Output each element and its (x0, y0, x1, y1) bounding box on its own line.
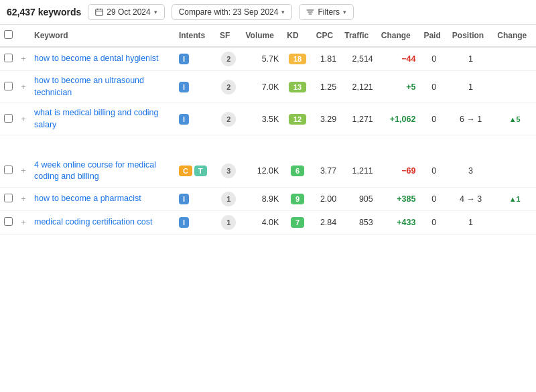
traffic-header[interactable]: Traffic (340, 25, 377, 47)
keyword-link[interactable]: how to become a pharmacist (34, 194, 141, 203)
intents-header[interactable]: Intents (175, 25, 216, 47)
add-row-button[interactable]: + (17, 103, 30, 135)
select-all-checkbox[interactable] (4, 30, 13, 39)
position-cell: 1 (448, 71, 493, 103)
keyword-link[interactable]: how to become an ultrasound technician (34, 76, 144, 97)
sf-badge: 2 (221, 52, 236, 66)
keyword-link[interactable]: how to become a dental hygienist (34, 54, 159, 63)
filters-button[interactable]: Filters ▾ (299, 4, 354, 20)
kd-cell: 18 (283, 47, 312, 71)
cpc-header[interactable]: CPC (312, 25, 340, 47)
traffic-cell: 1,271 (340, 103, 377, 135)
sf-badge: 2 (221, 112, 236, 127)
intents-cell: I (175, 210, 216, 234)
volume-cell: 8.9K (242, 187, 283, 210)
position-cell: 1 (448, 210, 493, 234)
row-checkbox[interactable] (4, 217, 13, 226)
row-checkbox[interactable] (4, 194, 13, 202)
sf-badge: 1 (221, 215, 236, 230)
pos-change-header[interactable]: Change (493, 25, 536, 47)
add-col-header (17, 25, 30, 47)
row-checkbox-cell (0, 71, 17, 103)
compare-button[interactable]: Compare with: 23 Sep 2024 ▾ (172, 4, 293, 20)
intent-badge: I (179, 82, 189, 92)
position-header[interactable]: Position (448, 25, 493, 47)
row-checkbox[interactable] (4, 54, 13, 62)
keyword-cell: how to become a pharmacist (30, 187, 175, 210)
keyword-header[interactable]: Keyword (30, 25, 175, 47)
date-label: 29 Oct 2024 (107, 7, 150, 17)
cpc-cell: 3.77 (312, 155, 340, 188)
volume-cell: 5.7K (242, 47, 283, 71)
add-row-button[interactable]: + (17, 210, 30, 234)
intent-badge: I (179, 114, 189, 125)
paid-cell: 0 (419, 103, 448, 135)
traffic-cell: 2,514 (340, 47, 377, 71)
table-row: +how to become a pharmacistI18.9K92.0090… (0, 187, 536, 210)
kd-cell: 12 (283, 103, 312, 135)
position-change-badge: ▲1 (509, 195, 521, 203)
kd-header[interactable]: KD (283, 25, 312, 47)
add-row-button[interactable]: + (17, 187, 30, 210)
chevron-down-icon: ▾ (154, 9, 157, 15)
keyword-cell: how to become a dental hygienist (30, 47, 175, 71)
intents-cell: I (175, 47, 216, 71)
row-checkbox-cell (0, 187, 17, 210)
traffic-change-cell: −69 (377, 155, 420, 188)
calendar-icon (95, 8, 103, 16)
position-change-cell (493, 210, 536, 234)
sf-header[interactable]: SF (216, 25, 242, 47)
add-row-button[interactable]: + (17, 71, 30, 103)
paid-cell: 0 (419, 71, 448, 103)
date-picker-button[interactable]: 29 Oct 2024 ▾ (88, 4, 164, 20)
traffic-change-cell: +1,062 (377, 103, 420, 135)
traffic-cell: 905 (340, 187, 377, 210)
position-cell: 3 (448, 155, 493, 188)
position-change-badge: ▲5 (509, 115, 521, 123)
row-checkbox[interactable] (4, 82, 13, 90)
chevron-down-icon: ▾ (281, 9, 285, 15)
keyword-link[interactable]: medical coding certification cost (34, 217, 152, 226)
intents-cell: CT (175, 155, 216, 188)
kd-badge: 7 (291, 217, 304, 228)
keyword-cell: what is medical billing and coding salar… (30, 103, 175, 135)
paid-cell: 0 (419, 47, 448, 71)
table-row: +4 week online course for medical coding… (0, 155, 536, 188)
sf-cell: 1 (216, 187, 242, 210)
sf-cell: 3 (216, 155, 242, 188)
cpc-cell: 3.29 (312, 103, 340, 135)
keyword-link[interactable]: 4 week online course for medical coding … (34, 160, 156, 182)
kd-badge: 6 (291, 166, 304, 176)
change-header[interactable]: Change (377, 25, 420, 47)
row-checkbox-cell (0, 210, 17, 234)
spacer-row (0, 135, 536, 155)
table-header-row: Keyword Intents SF Volume KD CPC Traffic… (0, 25, 536, 47)
position-cell: 1 (448, 47, 493, 71)
position-change-cell (493, 47, 536, 71)
intent-badge: I (179, 54, 189, 64)
kd-cell: 7 (283, 210, 312, 234)
intent-badge: I (179, 217, 189, 228)
keyword-link[interactable]: what is medical billing and coding salar… (34, 108, 159, 129)
position-cell: 4 → 3 (448, 187, 493, 210)
sf-cell: 2 (216, 71, 242, 103)
row-checkbox[interactable] (4, 166, 13, 174)
position-change-cell (493, 155, 536, 188)
sf-badge: 3 (221, 164, 236, 178)
add-row-button[interactable]: + (17, 47, 30, 71)
kd-cell: 13 (283, 71, 312, 103)
paid-header[interactable]: Paid (419, 25, 448, 47)
volume-header[interactable]: Volume (242, 25, 283, 47)
add-row-button[interactable]: + (17, 155, 30, 188)
traffic-change-cell: +385 (377, 187, 420, 210)
row-checkbox[interactable] (4, 114, 13, 123)
row-checkbox-cell (0, 103, 17, 135)
select-all-checkbox-cell (0, 25, 17, 47)
cpc-cell: 2.00 (312, 187, 340, 210)
filters-label: Filters (318, 7, 340, 17)
chevron-down-icon: ▾ (343, 9, 346, 15)
intents-cell: I (175, 103, 216, 135)
kd-cell: 6 (283, 155, 312, 188)
traffic-cell: 1,211 (340, 155, 377, 188)
sf-badge: 2 (221, 80, 236, 94)
